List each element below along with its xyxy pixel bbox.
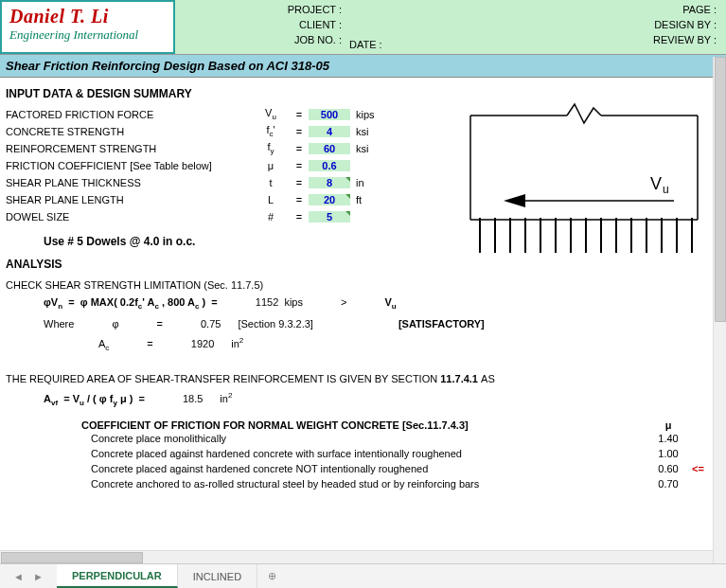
design-label: DESIGN BY : xyxy=(597,17,717,32)
meta-left: PROJECT : CLIENT : JOB NO. : xyxy=(175,0,345,54)
phi-note: [Section 9.3.2.3] xyxy=(238,315,313,332)
header: Daniel T. Li Engineering International P… xyxy=(0,0,726,55)
ac-row: Ac = 1920 in2 xyxy=(6,332,720,357)
avf-value: 18.5 xyxy=(183,390,203,407)
client-label: CLIENT : xyxy=(179,17,342,32)
input-label: SHEAR PLANE LENGTH xyxy=(6,194,252,205)
input-symbol: L xyxy=(252,194,290,205)
page-label: PAGE : xyxy=(597,2,717,17)
ac-value: 1920 xyxy=(191,335,214,352)
equals: = xyxy=(290,160,309,171)
input-unit: in xyxy=(350,177,388,188)
meta-mid: DATE : xyxy=(345,0,593,54)
where-row: Where φ = 0.75 [Section 9.3.2.3] [SATISF… xyxy=(6,315,720,332)
phi-vn-value: 1152 xyxy=(256,294,278,311)
input-label: REINFORCEMENT STRENGTH xyxy=(6,143,252,154)
coef-desc: Concrete placed against hardened concret… xyxy=(6,446,645,461)
greater-than: > xyxy=(341,294,346,311)
equals: = xyxy=(290,177,309,188)
mu-heading: μ xyxy=(645,419,692,431)
check-heading: CHECK SHEAR STRENGTH LIMITATION (Sec. 11… xyxy=(6,276,720,294)
coef-row: Concrete anchored to as-rolled structura… xyxy=(6,476,720,491)
coef-desc: Concrete place monolithically xyxy=(6,431,645,446)
dowels xyxy=(480,218,692,253)
input-value[interactable]: 60 xyxy=(309,143,350,154)
input-value[interactable]: 0.6 xyxy=(309,160,350,171)
avf-formula: Avf = Vu / ( φ fy μ ) = 18.5 in2 xyxy=(6,387,720,412)
input-value[interactable]: 4 xyxy=(309,126,350,137)
coef-heading: COEFFICIENT OF FRICTION FOR NORMAL WEIGH… xyxy=(6,419,720,431)
phi-vn-unit: kips xyxy=(284,294,303,311)
input-symbol: t xyxy=(252,177,290,188)
phi-symbol: φ xyxy=(112,315,118,332)
logo-name: Daniel T. Li xyxy=(9,6,166,27)
equals: = xyxy=(290,194,309,205)
equals: = xyxy=(290,126,309,137)
coef-row: Concrete placed against hardened concret… xyxy=(6,446,720,461)
coef-row: Concrete place monolithically1.40 xyxy=(6,431,720,446)
phi-value: 0.75 xyxy=(201,315,221,332)
equals: = xyxy=(290,211,309,223)
meta-right: PAGE : DESIGN BY : REVIEW BY : xyxy=(593,0,726,54)
where-label: Where xyxy=(44,315,74,332)
input-symbol: # xyxy=(252,211,290,223)
coef-desc: Concrete placed against hardened concret… xyxy=(6,461,645,476)
required-heading: THE REQUIRED AREA OF SHEAR-TRANSFER REIN… xyxy=(6,370,720,387)
phi-vn-formula: φVn = φ MAX( 0.2fc' Ac , 800 Ac ) = 1152… xyxy=(6,294,720,315)
input-symbol: fy xyxy=(252,141,290,155)
input-value[interactable]: 8 xyxy=(309,177,350,188)
vu-label: V xyxy=(650,174,662,193)
input-value[interactable]: 20 xyxy=(309,194,350,205)
equals: = xyxy=(290,143,309,154)
coef-table: COEFFICIENT OF FRICTION FOR NORMAL WEIGH… xyxy=(6,419,720,491)
input-value[interactable]: 500 xyxy=(309,109,350,120)
equals: = xyxy=(290,109,309,120)
input-symbol: fc' xyxy=(252,124,290,138)
input-label: FACTORED FRICTION FORCE xyxy=(6,109,252,120)
project-label: PROJECT : xyxy=(179,2,342,17)
date-label: DATE : xyxy=(349,39,382,50)
input-value[interactable]: 5 xyxy=(309,211,350,223)
req-text: THE REQUIRED AREA OF SHEAR-TRANSFER REIN… xyxy=(6,370,437,387)
input-unit: ksi xyxy=(350,126,388,137)
coef-heading-text: COEFFICIENT OF FRICTION FOR NORMAL WEIGH… xyxy=(6,419,645,431)
logo-subtitle: Engineering International xyxy=(9,27,166,43)
input-label: FRICTION COEFFICIENT [See Table below] xyxy=(6,160,252,171)
input-symbol: μ xyxy=(252,160,290,171)
svg-marker-6 xyxy=(504,194,525,207)
coef-desc: Concrete anchored to as-rolled structura… xyxy=(6,476,645,491)
input-label: SHEAR PLANE THICKNESS xyxy=(6,177,252,188)
scrollbar-horizontal[interactable] xyxy=(0,550,713,551)
analysis-block: CHECK SHEAR STRENGTH LIMITATION (Sec. 11… xyxy=(6,276,720,491)
content: INPUT DATA & DESIGN SUMMARY FACTORED FRI… xyxy=(0,78,726,551)
req-as: AS xyxy=(481,370,495,387)
input-symbol: Vu xyxy=(252,107,290,121)
input-unit: kips xyxy=(350,109,388,120)
input-unit: ft xyxy=(350,194,388,205)
review-label: REVIEW BY : xyxy=(597,32,717,47)
coef-val: 0.70 xyxy=(645,476,692,491)
jobno-label: JOB NO. : xyxy=(179,32,342,47)
coef-row: Concrete placed against hardened concret… xyxy=(6,461,720,476)
scrollbar-vertical[interactable] xyxy=(713,57,726,551)
satisfactory: [SATISFACTORY] xyxy=(398,315,485,332)
coef-val: 1.40 xyxy=(645,431,692,446)
sheet-title: Shear Friction Reinforcing Design Based … xyxy=(0,55,726,78)
input-label: CONCRETE STRENGTH xyxy=(6,126,252,137)
shear-diagram: V u xyxy=(461,97,707,267)
input-unit: ksi xyxy=(350,143,388,154)
vu-sub: u xyxy=(663,183,669,196)
coef-val: 0.60 xyxy=(645,461,692,476)
req-sec: 11.7.4.1 xyxy=(440,370,478,387)
coef-val: 1.00 xyxy=(645,446,692,461)
input-label: DOWEL SIZE xyxy=(6,211,252,223)
logo: Daniel T. Li Engineering International xyxy=(0,0,175,54)
